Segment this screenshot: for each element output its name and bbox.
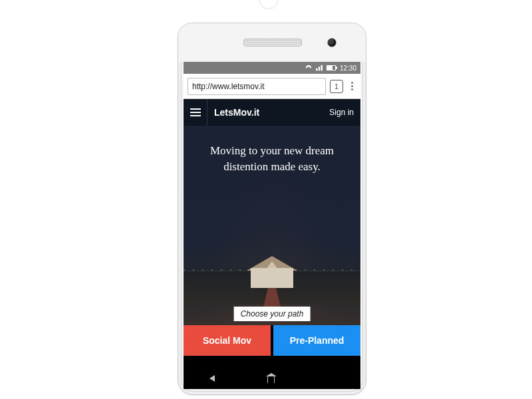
app-header: LetsMov.it Sign in <box>184 99 360 126</box>
hero-house <box>247 256 297 288</box>
android-nav-bar <box>184 368 360 389</box>
browser-chrome: http://www.letsmov.it 1 <box>184 74 360 99</box>
phone-bezel-top <box>178 23 366 62</box>
tab-count-button[interactable]: 1 <box>330 80 343 93</box>
status-time: 12:30 <box>340 65 356 72</box>
android-status-bar: 12:30 <box>184 62 360 74</box>
page-top-circle <box>259 0 278 9</box>
pre-planned-button[interactable]: Pre-Planned <box>273 325 360 356</box>
hero-section: Moving to your new dream distention made… <box>184 126 360 325</box>
action-buttons: Social Mov Pre-Planned <box>184 325 360 356</box>
phone-mockup: 12:30 http://www.letsmov.it 1 LetsMov.it… <box>178 23 366 395</box>
url-bar[interactable]: http://www.letsmov.it <box>188 78 326 95</box>
phone-speaker <box>243 39 302 47</box>
phone-front-camera <box>327 38 336 47</box>
nav-recent-placeholder <box>327 375 334 382</box>
sign-in-link[interactable]: Sign in <box>329 108 354 117</box>
signal-icon <box>316 65 323 71</box>
hero-headline: Moving to your new dream distention made… <box>184 126 360 175</box>
app-brand[interactable]: LetsMov.it <box>214 107 259 118</box>
choose-path-label: Choose your path <box>234 307 311 321</box>
battery-icon <box>327 65 336 70</box>
browser-menu-icon[interactable] <box>347 82 356 90</box>
hamburger-menu-icon[interactable] <box>190 99 207 126</box>
phone-screen: 12:30 http://www.letsmov.it 1 LetsMov.it… <box>184 62 360 389</box>
nav-back-icon[interactable] <box>209 375 215 382</box>
social-mov-button[interactable]: Social Mov <box>184 325 271 356</box>
network-icon <box>305 65 312 71</box>
nav-home-icon[interactable] <box>267 376 275 383</box>
